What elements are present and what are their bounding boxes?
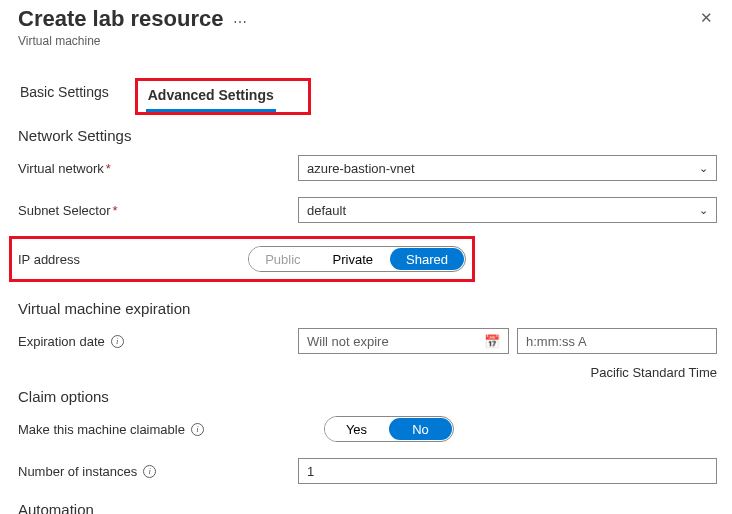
subnet-label-text: Subnet Selector — [18, 203, 111, 218]
label-expiration-date: Expiration date i — [18, 334, 298, 349]
input-number-of-instances[interactable] — [298, 458, 717, 484]
claimable-yes[interactable]: Yes — [325, 417, 388, 441]
calendar-icon: 📅 — [484, 334, 500, 349]
tab-basic-settings[interactable]: Basic Settings — [18, 78, 111, 115]
expiration-placeholder: Will not expire — [307, 334, 389, 349]
label-subnet-selector: Subnet Selector* — [18, 203, 298, 218]
label-ip-address: IP address — [18, 252, 248, 267]
claimable-no[interactable]: No — [389, 418, 452, 440]
ip-address-toggle[interactable]: Public Private Shared — [248, 246, 466, 272]
chevron-down-icon: ⌄ — [699, 162, 708, 175]
chevron-down-icon: ⌄ — [699, 204, 708, 217]
page-title: Create lab resource — [18, 6, 223, 32]
info-icon[interactable]: i — [111, 335, 124, 348]
ip-option-shared[interactable]: Shared — [390, 248, 464, 270]
close-button[interactable]: ✕ — [696, 6, 717, 29]
required-indicator: * — [113, 203, 118, 218]
section-vm-expiration: Virtual machine expiration — [18, 300, 717, 317]
select-virtual-network[interactable]: azure-bastion-vnet ⌄ — [298, 155, 717, 181]
required-indicator: * — [106, 161, 111, 176]
label-virtual-network: Virtual network* — [18, 161, 298, 176]
instances-label-text: Number of instances — [18, 464, 137, 479]
claimable-label-text: Make this machine claimable — [18, 422, 185, 437]
input-expiration-time[interactable]: h:mm:ss A — [517, 328, 717, 354]
time-placeholder: h:mm:ss A — [526, 334, 587, 349]
page-subtitle: Virtual machine — [18, 34, 696, 48]
section-claim-options: Claim options — [18, 388, 717, 405]
vnet-value: azure-bastion-vnet — [307, 161, 415, 176]
label-make-claimable: Make this machine claimable i — [18, 422, 298, 437]
ip-option-public[interactable]: Public — [249, 247, 316, 271]
claimable-toggle[interactable]: Yes No — [324, 416, 454, 442]
input-expiration-date[interactable]: Will not expire 📅 — [298, 328, 509, 354]
select-subnet[interactable]: default ⌄ — [298, 197, 717, 223]
subnet-value: default — [307, 203, 346, 218]
timezone-label: Pacific Standard Time — [18, 365, 717, 380]
section-automation: Automation — [18, 501, 717, 514]
highlight-ip-address: IP address Public Private Shared — [9, 236, 475, 282]
expiration-label-text: Expiration date — [18, 334, 105, 349]
tab-advanced-settings[interactable]: Advanced Settings — [146, 81, 276, 112]
more-icon[interactable]: ⋯ — [233, 14, 248, 30]
info-icon[interactable]: i — [191, 423, 204, 436]
info-icon[interactable]: i — [143, 465, 156, 478]
vnet-label-text: Virtual network — [18, 161, 104, 176]
label-number-of-instances: Number of instances i — [18, 464, 298, 479]
ip-option-private[interactable]: Private — [317, 247, 389, 271]
tab-bar: Basic Settings Advanced Settings — [18, 78, 717, 115]
section-network-settings: Network Settings — [18, 127, 717, 144]
close-icon: ✕ — [700, 9, 713, 26]
highlight-advanced-tab: Advanced Settings — [135, 78, 311, 115]
